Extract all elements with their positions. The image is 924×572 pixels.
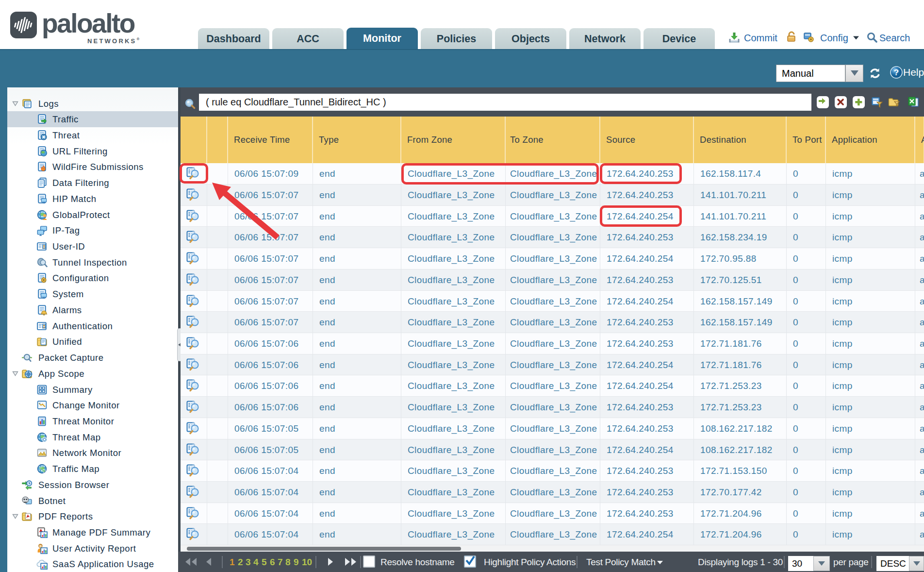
svg-text:?: ? (894, 68, 899, 77)
